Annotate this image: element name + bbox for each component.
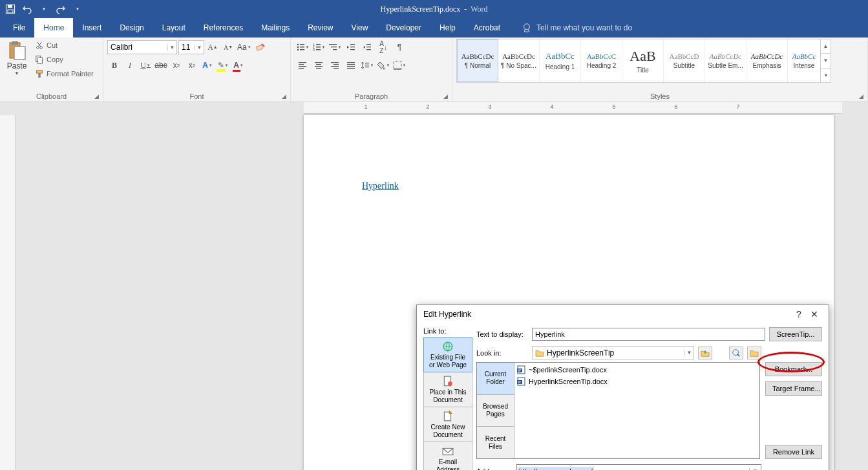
numbering-button[interactable]: 123▼ — [311, 40, 326, 54]
borders-icon[interactable]: ▼ — [392, 58, 407, 72]
justify-icon[interactable] — [343, 58, 359, 72]
tab-mailings[interactable]: Mailings — [252, 18, 299, 37]
edit-hyperlink-dialog: Edit Hyperlink ? ✕ Link to: Existing Fil… — [416, 304, 829, 470]
styles-launcher-icon[interactable]: ◢ — [857, 92, 865, 100]
show-marks-icon[interactable]: ¶ — [392, 40, 407, 54]
vertical-ruler[interactable] — [0, 115, 16, 470]
subscript-button[interactable]: x2 — [169, 58, 184, 72]
highlight-button[interactable]: ✎▼ — [216, 58, 230, 72]
linkto-place-in-document[interactable]: Place in This Document — [423, 372, 472, 407]
clipboard-launcher-icon[interactable]: ◢ — [92, 92, 100, 100]
browse-web-icon[interactable] — [729, 347, 743, 359]
horizontal-ruler[interactable]: 1234567 — [304, 102, 842, 114]
font-launcher-icon[interactable]: ◢ — [280, 92, 288, 100]
browse-file-icon[interactable] — [747, 347, 761, 359]
browse-tab-recent-files[interactable]: Recent Files — [477, 427, 514, 458]
font-size-combo[interactable]: 11▼ — [178, 40, 204, 54]
undo-more-icon[interactable]: ▼ — [39, 4, 49, 14]
superscript-button[interactable]: x2 — [185, 58, 199, 72]
style-heading-1[interactable]: AaBbCcHeading 1 — [540, 39, 581, 82]
line-spacing-icon[interactable]: ▼ — [359, 58, 375, 72]
italic-button[interactable]: I — [123, 58, 137, 72]
linkto-email[interactable]: E-mail Address — [423, 442, 472, 470]
browse-tab-browsed-pages[interactable]: Browsed Pages — [477, 395, 514, 427]
decrease-indent-icon[interactable] — [343, 40, 359, 54]
align-left-icon[interactable] — [295, 58, 310, 72]
shading-icon[interactable]: ▼ — [376, 58, 391, 72]
tab-view[interactable]: View — [343, 18, 377, 37]
svg-rect-12 — [38, 73, 41, 78]
tab-references[interactable]: References — [195, 18, 252, 37]
svg-rect-43 — [331, 62, 339, 63]
text-effects-icon[interactable]: A▼ — [200, 58, 215, 72]
style-no-spacing[interactable]: AaBbCcDc¶ No Spac... — [498, 39, 540, 82]
tab-acrobat[interactable]: Acrobat — [465, 18, 509, 37]
bullets-button[interactable]: ▼ — [295, 40, 310, 54]
change-case-icon[interactable]: Aa▼ — [237, 40, 252, 54]
up-folder-icon[interactable] — [698, 347, 712, 359]
style-intense[interactable]: AaBbCcIntense — [788, 39, 820, 82]
copy-button[interactable]: Copy — [34, 53, 95, 66]
align-right-icon[interactable] — [327, 58, 343, 72]
underline-button[interactable]: U▼ — [138, 58, 153, 72]
file-item[interactable]: WHyperlinkScreenTip.docx — [516, 376, 758, 387]
undo-icon[interactable] — [22, 4, 32, 14]
style-emphasis[interactable]: AaBbCcDcEmphasis — [746, 39, 788, 82]
screentip-button[interactable]: ScreenTip... — [769, 327, 822, 341]
clear-formatting-icon[interactable] — [253, 40, 268, 54]
save-icon[interactable] — [5, 4, 16, 14]
text-to-display-input[interactable] — [532, 328, 765, 341]
close-icon[interactable]: ✕ — [807, 309, 822, 319]
paste-dropdown-icon[interactable]: ▼ — [14, 70, 19, 76]
font-color-button[interactable]: A▼ — [231, 58, 246, 72]
svg-rect-11 — [37, 70, 43, 73]
browse-tab-current-folder[interactable]: Current Folder — [477, 363, 514, 395]
qat-customize-icon[interactable]: ▼ — [72, 4, 83, 14]
redo-icon[interactable] — [56, 4, 66, 14]
file-list[interactable]: W~$perlinkScreenTip.docx WHyperlinkScree… — [514, 363, 759, 458]
look-in-combo[interactable]: HyperlinkScreenTip ▼ — [532, 346, 694, 359]
format-painter-button[interactable]: Format Painter — [34, 67, 95, 80]
style-subtle-emphasis[interactable]: AaBbCcDcSubtle Em... — [705, 39, 746, 82]
tab-home[interactable]: Home — [34, 18, 73, 37]
tab-layout[interactable]: Layout — [153, 18, 195, 37]
shrink-font-icon[interactable]: A▼ — [221, 40, 235, 54]
target-frame-button[interactable]: Target Frame... — [765, 381, 822, 396]
bookmark-button[interactable]: Bookmark... — [765, 362, 822, 376]
hyperlink-text[interactable]: Hyperlink — [362, 181, 399, 191]
tab-review[interactable]: Review — [299, 18, 342, 37]
linkto-existing-file[interactable]: Existing File or Web Page — [423, 337, 472, 372]
document-area: 1234567 Hyperlink Edit Hyperlink ? ✕ Lin… — [0, 102, 868, 470]
sort-icon[interactable]: AZ↓ — [376, 40, 391, 54]
increase-indent-icon[interactable] — [359, 40, 375, 54]
align-center-icon[interactable] — [311, 58, 326, 72]
paste-button[interactable]: Paste ▼ — [4, 39, 30, 91]
style-subtitle[interactable]: AaBbCcDSubtitle — [664, 39, 705, 82]
strikethrough-button[interactable]: abc — [154, 58, 168, 72]
bold-button[interactable]: B — [107, 58, 122, 72]
style-heading-2[interactable]: AaBbCcCHeading 2 — [581, 39, 622, 82]
paragraph-launcher-icon[interactable]: ◢ — [441, 92, 449, 100]
help-icon[interactable]: ? — [791, 309, 807, 319]
font-name-combo[interactable]: Calibri▼ — [107, 40, 177, 54]
svg-rect-23 — [316, 47, 321, 48]
tab-file[interactable]: File — [4, 18, 34, 37]
styles-gallery[interactable]: AaBbCcDc¶ Normal AaBbCcDc¶ No Spac... Aa… — [456, 39, 831, 83]
tab-developer[interactable]: Developer — [377, 18, 430, 37]
linkto-create-new[interactable]: Create New Document — [423, 407, 472, 442]
style-title[interactable]: AaBTitle — [622, 39, 664, 82]
tell-me[interactable]: Tell me what you want to do — [522, 18, 632, 37]
address-label: Address: — [476, 467, 513, 471]
remove-link-button[interactable]: Remove Link — [765, 445, 822, 459]
styles-scroll[interactable]: ▲▼▾ — [820, 39, 831, 82]
style-normal[interactable]: AaBbCcDc¶ Normal — [457, 39, 498, 82]
tab-design[interactable]: Design — [111, 18, 153, 37]
tab-insert[interactable]: Insert — [73, 18, 111, 37]
address-input[interactable]: http://www.google.com/ ▼ — [516, 464, 761, 470]
tab-help[interactable]: Help — [430, 18, 465, 37]
cut-button[interactable]: Cut — [34, 39, 95, 52]
grow-font-icon[interactable]: A▲ — [206, 40, 220, 54]
file-item[interactable]: W~$perlinkScreenTip.docx — [516, 364, 758, 376]
svg-point-16 — [297, 47, 299, 48]
multilevel-button[interactable]: ▼ — [327, 40, 343, 54]
